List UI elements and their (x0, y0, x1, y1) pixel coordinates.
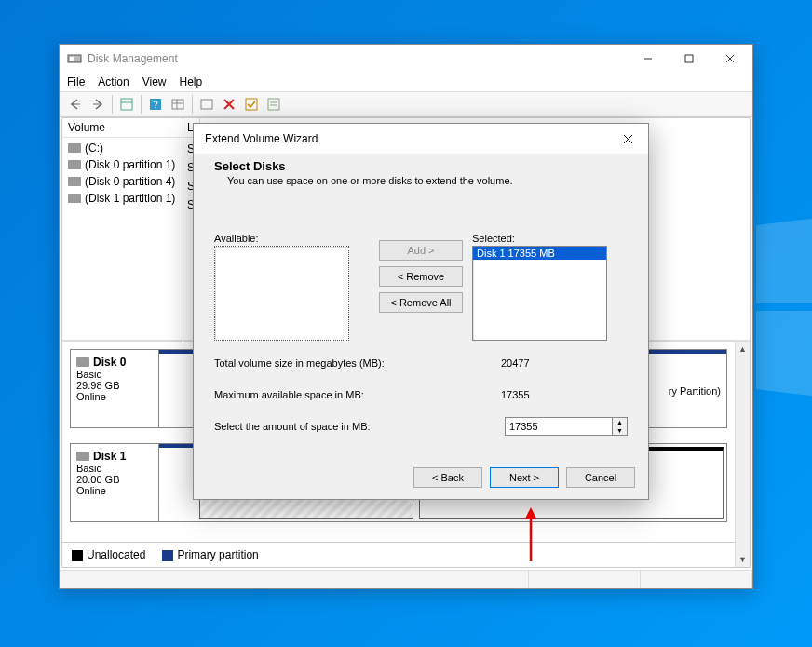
svg-rect-21 (268, 99, 279, 110)
legend-label: Primary partition (177, 548, 258, 561)
total-size-value: 20477 (497, 354, 628, 372)
remove-button[interactable]: < Remove (379, 266, 463, 287)
minimize-button[interactable] (628, 45, 669, 73)
check-icon[interactable] (241, 94, 262, 115)
amount-spinner[interactable]: ▲ ▼ (613, 417, 628, 436)
next-button[interactable]: Next > (490, 467, 559, 488)
volume-name: (C:) (85, 142, 103, 155)
window-title: Disk Management (88, 52, 628, 65)
svg-rect-20 (246, 99, 257, 110)
volume-icon (68, 160, 81, 169)
selected-label: Selected: (472, 233, 628, 244)
dialog-close-button[interactable] (609, 125, 646, 153)
dialog-heading: Select Disks (214, 159, 628, 173)
maximize-button[interactable] (669, 45, 710, 73)
annotation-arrow-icon (521, 507, 540, 566)
forward-icon[interactable] (88, 94, 108, 115)
list-item[interactable]: (Disk 0 partition 1) (62, 156, 183, 173)
svg-rect-5 (70, 57, 74, 61)
dialog-title: Extend Volume Wizard (205, 132, 609, 145)
volume-name: (Disk 0 partition 4) (85, 175, 175, 188)
volume-name: (Disk 1 partition 1) (85, 192, 175, 205)
delete-icon[interactable] (219, 94, 239, 115)
extend-volume-wizard-dialog: Extend Volume Wizard Select Disks You ca… (193, 123, 649, 500)
volume-icon (68, 194, 81, 203)
disk-name: Disk 1 (76, 450, 153, 463)
close-button[interactable] (710, 45, 751, 73)
settings-icon[interactable] (196, 94, 217, 115)
disk-size: 29.98 GB (76, 380, 153, 391)
svg-marker-27 (525, 507, 536, 519)
max-space-label: Maximum available space in MB: (214, 389, 497, 400)
scroll-down-icon[interactable]: ▼ (736, 552, 750, 567)
amount-label: Select the amount of space in MB: (214, 421, 505, 432)
list-icon[interactable] (264, 94, 284, 115)
vertical-scrollbar[interactable]: ▲ ▼ (735, 342, 750, 567)
svg-rect-7 (685, 55, 693, 62)
menu-action[interactable]: Action (98, 75, 129, 88)
list-item[interactable]: (C:) (62, 140, 183, 156)
selected-disk-item[interactable]: Disk 1 17355 MB (473, 247, 606, 260)
partition-label: ry Partition) (669, 385, 721, 397)
svg-marker-3 (756, 311, 812, 400)
svg-text:?: ? (153, 100, 158, 110)
menubar: File Action View Help (60, 73, 752, 91)
app-icon (67, 51, 82, 66)
disk-type: Basic (76, 369, 153, 380)
view-icon[interactable] (168, 94, 188, 115)
toolbar: ? (60, 91, 752, 117)
spin-down-icon[interactable]: ▼ (613, 426, 627, 435)
total-size-label: Total volume size in megabytes (MB): (214, 357, 497, 369)
list-item[interactable]: (Disk 0 partition 4) (62, 173, 183, 190)
add-button[interactable]: Add > (379, 240, 463, 261)
svg-marker-1 (756, 214, 812, 303)
max-space-value: 17355 (497, 385, 628, 404)
disk-name: Disk 0 (76, 356, 153, 369)
list-item[interactable]: (Disk 1 partition 1) (62, 190, 183, 207)
legend-swatch-unallocated (72, 550, 83, 561)
main-titlebar[interactable]: Disk Management (60, 45, 752, 73)
legend: Unallocated Primary partition (62, 542, 735, 567)
volume-name: (Disk 0 partition 1) (85, 158, 175, 171)
legend-swatch-primary (162, 550, 173, 561)
back-icon[interactable] (65, 94, 86, 115)
remove-all-button[interactable]: < Remove All (379, 292, 463, 313)
spin-up-icon[interactable]: ▲ (613, 418, 627, 426)
svg-rect-14 (172, 100, 183, 109)
column-volume[interactable]: Volume (62, 118, 183, 138)
svg-rect-17 (201, 100, 212, 109)
amount-input[interactable] (505, 417, 613, 436)
cancel-button[interactable]: Cancel (566, 467, 635, 488)
dialog-subheading: You can use space on one or more disks t… (214, 173, 628, 186)
help-icon[interactable]: ? (145, 94, 166, 115)
available-listbox[interactable] (214, 246, 349, 341)
status-bar (60, 570, 752, 588)
menu-help[interactable]: Help (180, 75, 203, 88)
available-label: Available: (214, 233, 370, 244)
volume-icon (68, 177, 81, 186)
disk-type: Basic (76, 463, 153, 474)
selected-listbox[interactable]: Disk 1 17355 MB (472, 246, 607, 341)
partition-block[interactable] (159, 444, 196, 521)
disk-size: 20.00 GB (76, 474, 153, 485)
scroll-up-icon[interactable]: ▲ (736, 342, 750, 357)
dialog-titlebar[interactable]: Extend Volume Wizard (194, 124, 648, 154)
svg-rect-10 (121, 99, 132, 110)
legend-label: Unallocated (87, 548, 145, 561)
disk-status: Online (76, 391, 153, 402)
disk-status: Online (76, 485, 153, 496)
menu-view[interactable]: View (142, 75, 167, 88)
properties-icon[interactable] (116, 94, 137, 115)
menu-file[interactable]: File (67, 75, 85, 88)
volume-icon (68, 143, 81, 153)
back-button[interactable]: < Back (413, 467, 482, 488)
